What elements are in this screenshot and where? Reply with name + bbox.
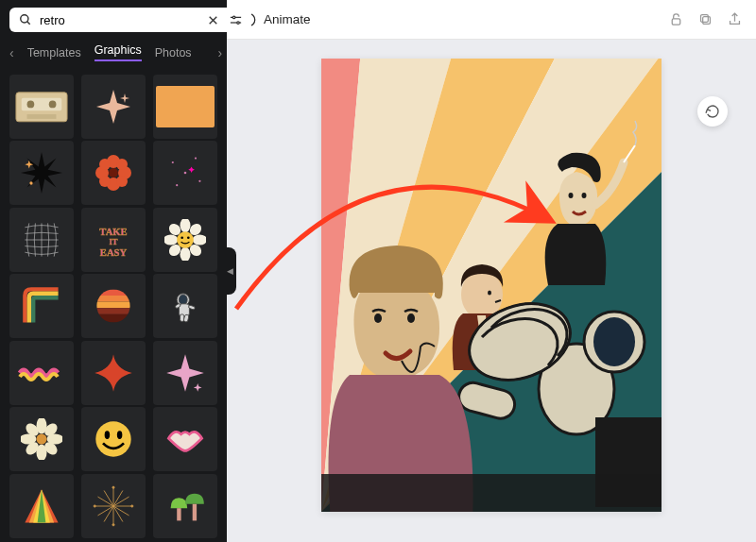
grid-warp-icon[interactable] bbox=[9, 208, 74, 272]
svg-text:TAKE: TAKE bbox=[99, 226, 127, 236]
svg-point-85 bbox=[112, 523, 114, 525]
share-up-icon[interactable] bbox=[727, 11, 743, 27]
lips-pink-icon[interactable] bbox=[153, 407, 217, 471]
svg-point-25 bbox=[184, 172, 187, 175]
canvas-actions bbox=[668, 11, 743, 27]
svg-point-106 bbox=[374, 313, 382, 323]
daisy-cream-icon[interactable] bbox=[9, 407, 74, 471]
svg-rect-88 bbox=[193, 503, 197, 520]
filter-icon[interactable] bbox=[227, 11, 244, 28]
graphics-grid: TAKEITEASY bbox=[0, 71, 227, 542]
svg-point-93 bbox=[569, 193, 574, 198]
svg-point-65 bbox=[105, 431, 111, 439]
tiny-stars-icon[interactable] bbox=[153, 141, 217, 205]
svg-line-1 bbox=[27, 22, 30, 25]
rainbow-corner-icon[interactable] bbox=[9, 274, 74, 338]
svg-rect-43 bbox=[93, 290, 134, 296]
svg-point-19 bbox=[116, 176, 128, 187]
svg-point-20 bbox=[99, 176, 111, 187]
svg-point-27 bbox=[176, 185, 178, 187]
sparkle-red-icon[interactable] bbox=[81, 341, 146, 405]
smiley-face-icon[interactable] bbox=[81, 407, 146, 471]
svg-point-84 bbox=[131, 504, 133, 506]
main-area: Animate bbox=[227, 0, 756, 542]
svg-point-83 bbox=[112, 486, 114, 488]
lock-icon[interactable] bbox=[668, 11, 684, 27]
svg-rect-108 bbox=[321, 474, 662, 512]
search-input[interactable] bbox=[40, 13, 198, 27]
tab-templates[interactable]: Templates bbox=[27, 46, 81, 59]
svg-point-94 bbox=[582, 193, 587, 198]
clear-search-icon[interactable] bbox=[204, 11, 221, 28]
sparkle-4pt-icon[interactable] bbox=[81, 75, 146, 139]
refresh-button[interactable] bbox=[697, 96, 728, 127]
svg-point-10 bbox=[27, 100, 35, 108]
svg-point-40 bbox=[180, 236, 183, 239]
svg-point-64 bbox=[95, 421, 130, 456]
svg-rect-47 bbox=[93, 314, 134, 323]
svg-rect-87 bbox=[177, 508, 180, 520]
refresh-icon bbox=[705, 104, 720, 119]
top-toolbar: Animate bbox=[227, 0, 756, 40]
canvas-artwork bbox=[321, 59, 662, 512]
search-bar bbox=[0, 0, 227, 40]
chevron-right-icon[interactable]: › bbox=[218, 45, 223, 60]
wave-hearts-icon[interactable] bbox=[9, 341, 74, 405]
sparkle-pink-icon[interactable] bbox=[153, 341, 217, 405]
retro-sun-icon[interactable] bbox=[81, 274, 146, 338]
svg-rect-44 bbox=[93, 296, 134, 302]
rainbow-prism-icon[interactable] bbox=[9, 474, 74, 538]
svg-point-23 bbox=[172, 161, 174, 163]
animate-label: Animate bbox=[264, 12, 311, 26]
svg-rect-45 bbox=[93, 302, 134, 309]
svg-rect-46 bbox=[93, 308, 134, 314]
svg-point-86 bbox=[94, 504, 95, 506]
star-burst-black-icon[interactable] bbox=[9, 141, 74, 205]
elements-sidebar: ‹ Templates Graphics Photos Vid › TAKEIT… bbox=[0, 0, 227, 542]
svg-rect-12 bbox=[27, 114, 57, 119]
category-tabs: ‹ Templates Graphics Photos Vid › bbox=[0, 40, 227, 71]
take-it-easy-text-icon[interactable]: TAKEITEASY bbox=[81, 208, 146, 272]
svg-point-18 bbox=[116, 159, 128, 170]
svg-point-49 bbox=[179, 295, 187, 305]
svg-point-0 bbox=[21, 15, 28, 23]
tab-graphics[interactable]: Graphics bbox=[94, 43, 142, 61]
search-input-wrap[interactable] bbox=[9, 8, 251, 32]
svg-rect-90 bbox=[672, 19, 680, 25]
svg-point-32 bbox=[193, 234, 206, 245]
svg-point-33 bbox=[180, 247, 191, 261]
svg-text:IT: IT bbox=[109, 237, 117, 246]
sunburst-lines-icon[interactable] bbox=[81, 474, 146, 538]
svg-point-7 bbox=[236, 21, 239, 24]
duplicate-icon[interactable] bbox=[697, 11, 713, 27]
chevron-left-icon[interactable]: ‹ bbox=[9, 45, 14, 60]
svg-text:EASY: EASY bbox=[100, 246, 128, 257]
canvas-workspace[interactable] bbox=[227, 40, 756, 542]
svg-point-63 bbox=[37, 434, 47, 445]
astronaut-icon[interactable] bbox=[153, 274, 217, 338]
svg-point-22 bbox=[109, 168, 118, 178]
svg-point-34 bbox=[164, 234, 178, 245]
svg-point-13 bbox=[29, 182, 32, 185]
mushrooms-icon[interactable] bbox=[153, 474, 217, 538]
cassette-tape-icon[interactable] bbox=[9, 75, 74, 139]
svg-point-66 bbox=[117, 431, 123, 439]
svg-point-107 bbox=[407, 313, 415, 323]
svg-point-39 bbox=[177, 231, 194, 248]
svg-point-5 bbox=[232, 16, 235, 19]
svg-rect-92 bbox=[701, 15, 709, 23]
design-canvas[interactable] bbox=[321, 59, 662, 512]
flower-orange-icon[interactable] bbox=[81, 141, 146, 205]
search-icon bbox=[17, 11, 34, 28]
svg-point-26 bbox=[198, 180, 200, 182]
orange-rect-icon[interactable] bbox=[153, 75, 217, 139]
daisy-face-icon[interactable] bbox=[153, 208, 217, 272]
svg-point-41 bbox=[187, 236, 190, 239]
svg-point-11 bbox=[49, 100, 57, 108]
svg-point-31 bbox=[180, 219, 191, 232]
tab-photos[interactable]: Photos bbox=[155, 46, 192, 59]
svg-point-97 bbox=[488, 291, 491, 296]
svg-point-24 bbox=[195, 158, 197, 160]
svg-point-102 bbox=[593, 317, 635, 366]
svg-rect-91 bbox=[703, 17, 711, 25]
